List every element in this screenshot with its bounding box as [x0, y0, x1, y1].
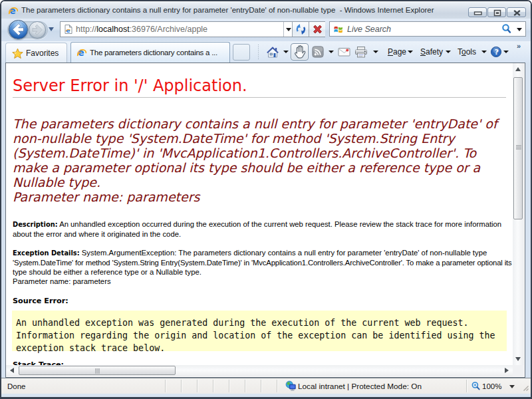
zoom-icon[interactable] — [471, 381, 481, 392]
navigation-bar: e http://localhost:36976/Archive/apple — [1, 19, 531, 41]
error-message-line: non-nullable type 'System.DateTime' for … — [13, 131, 497, 146]
url-protocol: http:// — [76, 25, 96, 34]
local-intranet-icon — [285, 380, 296, 391]
page-icon: e — [63, 24, 74, 35]
exception-line: type should be either a reference type o… — [13, 267, 512, 277]
exception-line: Exception Details: System.ArgumentExcept… — [13, 248, 512, 258]
scroll-down-arrow[interactable] — [515, 357, 521, 361]
source-error-box: An unhandled exception was generated dur… — [12, 311, 507, 351]
page-menu-arrow[interactable] — [408, 51, 413, 53]
horizontal-scrollbar[interactable] — [6, 365, 513, 376]
zone-status-text: Local intranet | Protected Mode: On — [298, 378, 422, 394]
help-icon[interactable]: ? — [490, 46, 502, 58]
print-dropdown[interactable] — [373, 51, 378, 53]
command-bar-separator — [258, 45, 259, 60]
description-paragraph: Description: An unhandled exception occu… — [13, 219, 501, 239]
error-message-line: The parameters dictionary contains a nul… — [13, 116, 497, 131]
stop-button[interactable] — [309, 22, 325, 37]
stop-icon — [310, 23, 325, 36]
close-button[interactable] — [507, 7, 526, 17]
recent-pages-dropdown[interactable] — [49, 27, 54, 31]
mail-icon[interactable] — [338, 47, 350, 57]
search-dropdown[interactable] — [517, 28, 522, 31]
home-dropdown[interactable] — [283, 51, 289, 53]
address-bar[interactable]: e http://localhost:36976/Archive/apple — [60, 21, 325, 37]
stack-trace-label: Stack Trace: — [13, 360, 64, 366]
favorites-label: Favorites — [26, 43, 59, 63]
tools-menu[interactable]: Tools — [458, 41, 476, 63]
command-overflow-chevron[interactable]: » — [517, 42, 520, 50]
scroll-right-arrow[interactable] — [505, 368, 509, 373]
scroll-left-arrow[interactable] — [10, 368, 14, 373]
close-icon — [507, 8, 527, 18]
menu-accelerator: P — [388, 47, 393, 57]
vertical-scroll-thumb[interactable] — [513, 77, 523, 219]
chevron-down-icon — [286, 28, 291, 31]
svg-text:?: ? — [494, 48, 498, 57]
minimize-button[interactable] — [468, 7, 487, 17]
address-dropdown[interactable] — [283, 22, 292, 37]
url-path: :36976/Archive/apple — [130, 25, 207, 34]
scroll-thumb-grip — [516, 145, 521, 146]
status-pane-divider — [197, 380, 198, 392]
status-pane-divider — [466, 380, 467, 392]
safety-menu[interactable]: Safety — [420, 41, 443, 63]
new-tab-button[interactable] — [233, 44, 250, 61]
feeds-dropdown[interactable] — [329, 51, 334, 53]
vertical-scrollbar[interactable] — [513, 63, 524, 365]
error-page-document: Server Error in '/' Application. The par… — [6, 63, 513, 365]
source-error-label: Source Error: — [13, 297, 68, 305]
status-pane-divider — [245, 380, 245, 392]
status-pane-divider — [165, 380, 166, 392]
window-title: The parameters dictionary contains a nul… — [21, 1, 434, 19]
menu-accelerator: S — [420, 47, 426, 57]
ie-logo-icon: e — [8, 5, 19, 16]
refresh-icon — [293, 23, 309, 36]
divider — [13, 97, 506, 98]
favorites-button[interactable]: Favorites — [5, 43, 67, 63]
hand-tool-button[interactable] — [291, 43, 309, 61]
zoom-level[interactable]: 100% — [482, 378, 501, 394]
search-icon[interactable] — [501, 23, 513, 35]
forward-arrow-icon — [29, 22, 45, 38]
url-text[interactable]: http://localhost:36976/Archive/apple — [76, 22, 207, 37]
tab-title: The parameters dictionary contains a ... — [90, 43, 226, 63]
status-pane-divider — [213, 380, 213, 392]
refresh-button[interactable] — [292, 22, 309, 37]
menu-accelerator: o — [462, 47, 466, 57]
help-dropdown[interactable] — [503, 51, 509, 53]
zoom-dropdown[interactable] — [509, 385, 515, 388]
page-menu[interactable]: Page — [388, 41, 406, 63]
scrollbar-corner — [513, 365, 524, 376]
print-icon[interactable] — [354, 46, 368, 59]
horizontal-scroll-thumb[interactable] — [19, 366, 176, 375]
safety-menu-arrow[interactable] — [446, 51, 451, 53]
forward-button[interactable] — [29, 21, 46, 39]
error-message-line: (System.DateTime)' in 'MvcApplication1.C… — [13, 146, 497, 160]
description-text: An unhandled exception occurred during t… — [59, 220, 501, 228]
page-title: Server Error in '/' Application. — [13, 76, 247, 95]
feeds-icon[interactable] — [312, 46, 324, 58]
error-message: The parameters dictionary contains a nul… — [13, 116, 497, 205]
search-input[interactable]: Live Search — [347, 22, 391, 36]
maximize-button[interactable] — [487, 7, 506, 17]
exception-details-text: System.ArgumentException: The parameters… — [82, 249, 487, 257]
favorites-star-icon — [12, 48, 23, 59]
search-box[interactable]: Live Search — [329, 21, 526, 37]
menu-label-part: age — [393, 47, 406, 57]
favorites-command-bar: Favorites e The parameters dictionary co… — [1, 41, 531, 63]
description-line: about the error and where it originated … — [13, 229, 501, 239]
title-bar[interactable]: e The parameters dictionary contains a n… — [1, 1, 531, 19]
tab[interactable]: e The parameters dictionary contains a .… — [70, 42, 230, 63]
exception-line: Parameter name: parameters — [13, 277, 512, 286]
home-icon[interactable] — [266, 46, 279, 59]
status-text: Done — [7, 378, 26, 394]
status-bar: Done Local intranet | Protected Mode: On… — [1, 378, 531, 394]
scroll-up-arrow[interactable] — [515, 67, 521, 71]
back-button[interactable] — [9, 20, 28, 39]
tools-menu-arrow[interactable] — [481, 51, 487, 53]
resize-grip[interactable] — [523, 385, 529, 392]
status-pane-divider — [261, 380, 261, 392]
minimize-icon — [469, 8, 487, 18]
url-domain: localhost — [96, 25, 129, 34]
